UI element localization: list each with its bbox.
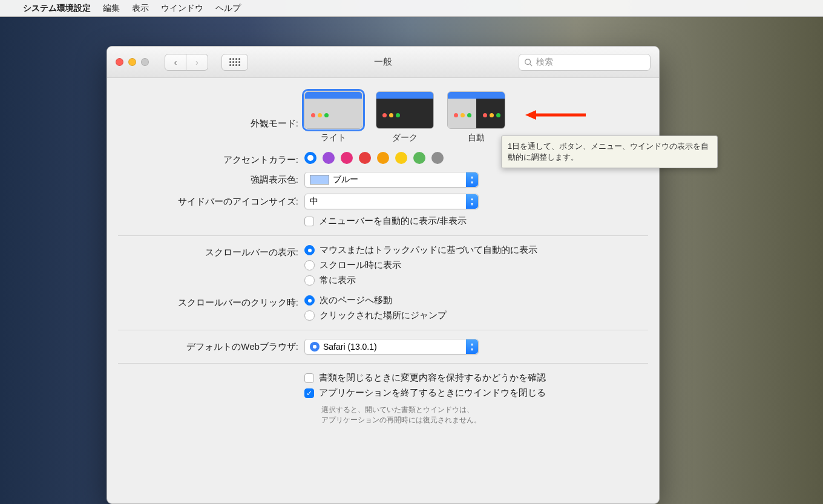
chevron-updown-icon: ▴▾	[466, 194, 478, 209]
scrollclick-nextpage-radio[interactable]	[304, 295, 315, 306]
minimize-icon[interactable]	[128, 58, 136, 66]
annotation-arrow-icon	[525, 109, 586, 121]
app-menu[interactable]: システム環境設定	[23, 3, 91, 14]
scrollbar-always-radio[interactable]	[304, 275, 315, 286]
accent-color-5[interactable]	[395, 152, 407, 164]
accent-color-0[interactable]	[304, 152, 316, 164]
accent-color-4[interactable]	[377, 152, 389, 164]
scrollclick-jump-radio[interactable]	[304, 310, 315, 321]
accent-color-3[interactable]	[359, 152, 371, 164]
accent-color-7[interactable]	[431, 152, 444, 164]
ask-save-checkbox[interactable]	[304, 373, 314, 383]
safari-icon	[310, 342, 320, 352]
menubar[interactable]: システム環境設定 編集 表示 ウインドウ ヘルプ	[0, 0, 823, 17]
accent-color-2[interactable]	[341, 152, 353, 164]
appearance-label: 外観モード:	[107, 91, 304, 129]
svg-line-1	[530, 64, 533, 66]
search-input[interactable]: 検索	[519, 54, 651, 71]
menu-help[interactable]: ヘルプ	[215, 3, 241, 14]
show-all-button[interactable]	[221, 54, 248, 71]
ask-save-label: 書類を閉じるときに変更内容を保持するかどうかを確認	[319, 372, 546, 384]
accent-label: アクセントカラー:	[107, 152, 304, 166]
sidebar-icon-select[interactable]: 中 ▴▾	[304, 194, 479, 209]
forward-button: ›	[186, 54, 208, 71]
browser-label: デフォルトのWebブラウザ:	[107, 339, 304, 353]
maximize-icon	[141, 58, 149, 66]
browser-select[interactable]: Safari (13.0.1) ▴▾	[304, 339, 479, 355]
accent-color-6[interactable]	[413, 152, 425, 164]
scrollbar-auto-radio[interactable]	[304, 245, 315, 255]
search-icon	[524, 58, 533, 67]
svg-marker-3	[525, 110, 536, 120]
chevron-updown-icon: ▴▾	[466, 172, 478, 187]
titlebar: ‹ › 一般 検索	[107, 47, 659, 78]
sidebar-icon-label: サイドバーのアイコンサイズ:	[107, 194, 304, 208]
close-windows-hint: 選択すると、開いていた書類とウインドウは、 アプリケーションの再開時には復元され…	[304, 405, 659, 425]
menu-edit[interactable]: 編集	[103, 3, 120, 14]
chevron-updown-icon: ▴▾	[466, 339, 478, 354]
accent-color-1[interactable]	[323, 152, 335, 164]
back-button[interactable]: ‹	[165, 54, 186, 71]
autohide-menubar-checkbox[interactable]	[304, 217, 314, 226]
close-windows-checkbox[interactable]: ✓	[304, 388, 314, 398]
menu-view[interactable]: 表示	[132, 3, 149, 14]
scrollbar-scrolling-radio[interactable]	[304, 260, 315, 270]
scrollbar-show-label: スクロールバーの表示:	[107, 244, 304, 258]
highlight-label: 強調表示色:	[107, 172, 304, 186]
close-icon[interactable]	[116, 58, 123, 66]
scrollbar-click-label: スクロールバーのクリック時:	[107, 295, 304, 309]
menu-window[interactable]: ウインドウ	[161, 3, 203, 14]
appearance-auto[interactable]: 自動	[447, 91, 505, 143]
window-title: 一般	[374, 56, 392, 68]
appearance-dark[interactable]: ダーク	[376, 91, 434, 143]
svg-point-0	[525, 59, 531, 64]
highlight-select[interactable]: ブルー ▴▾	[304, 172, 479, 188]
appearance-light[interactable]: ライト	[304, 91, 362, 143]
autohide-menubar-label: メニューバーを自動的に表示/非表示	[319, 215, 467, 227]
close-windows-label: アプリケーションを終了するときにウインドウを閉じる	[319, 387, 546, 399]
tooltip: 1日を通して、ボタン、メニュー、ウインドウの表示を自動的に調整します。	[501, 136, 718, 168]
